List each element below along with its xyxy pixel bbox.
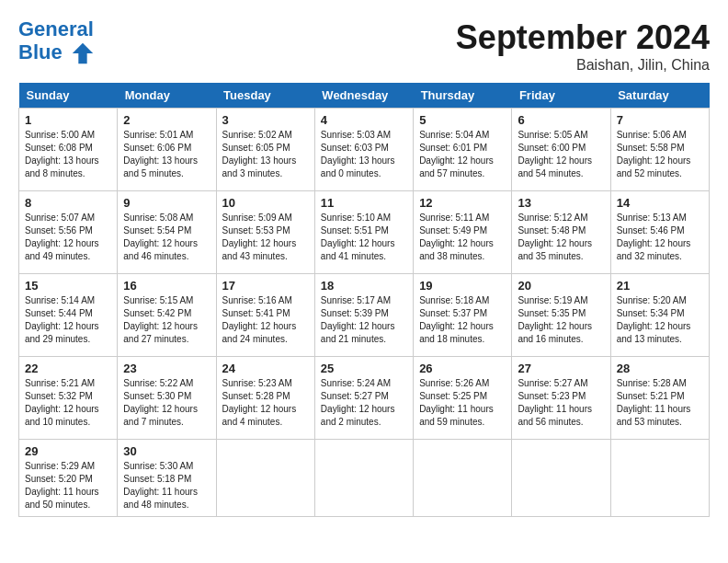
table-row: 5 Sunrise: 5:04 AM Sunset: 6:01 PM Dayli… bbox=[414, 109, 512, 191]
daylight-label: Daylight: 12 hours and 16 minutes. bbox=[518, 321, 592, 344]
calendar-week-row: 1 Sunrise: 5:00 AM Sunset: 6:08 PM Dayli… bbox=[19, 109, 710, 191]
day-info: Sunrise: 5:08 AM Sunset: 5:54 PM Dayligh… bbox=[123, 212, 210, 263]
calendar-week-row: 22 Sunrise: 5:21 AM Sunset: 5:32 PM Dayl… bbox=[19, 357, 710, 440]
day-number: 17 bbox=[222, 279, 309, 293]
sunset-label: Sunset: 5:56 PM bbox=[25, 225, 93, 236]
sunrise-label: Sunrise: 5:03 AM bbox=[321, 130, 391, 140]
sunset-label: Sunset: 5:51 PM bbox=[321, 225, 389, 236]
daylight-label: Daylight: 13 hours and 8 minutes. bbox=[25, 155, 99, 178]
daylight-label: Daylight: 12 hours and 38 minutes. bbox=[419, 238, 494, 261]
day-number: 1 bbox=[25, 113, 111, 127]
day-info: Sunrise: 5:24 AM Sunset: 5:27 PM Dayligh… bbox=[321, 377, 407, 429]
daylight-label: Daylight: 13 hours and 5 minutes. bbox=[123, 155, 198, 178]
sunrise-label: Sunrise: 5:18 AM bbox=[419, 295, 489, 305]
header-thursday: Thursday bbox=[414, 83, 512, 109]
sunrise-label: Sunrise: 5:05 AM bbox=[518, 130, 587, 140]
daylight-label: Daylight: 12 hours and 27 minutes. bbox=[123, 321, 198, 344]
table-row: 26 Sunrise: 5:26 AM Sunset: 5:25 PM Dayl… bbox=[414, 357, 512, 440]
sunset-label: Sunset: 5:49 PM bbox=[419, 225, 487, 236]
table-row: 1 Sunrise: 5:00 AM Sunset: 6:08 PM Dayli… bbox=[19, 109, 118, 191]
sunrise-label: Sunrise: 5:24 AM bbox=[321, 378, 391, 388]
day-info: Sunrise: 5:13 AM Sunset: 5:46 PM Dayligh… bbox=[617, 212, 703, 263]
table-row: 13 Sunrise: 5:12 AM Sunset: 5:48 PM Dayl… bbox=[512, 191, 610, 274]
daylight-label: Daylight: 12 hours and 18 minutes. bbox=[419, 321, 494, 344]
sunset-label: Sunset: 6:06 PM bbox=[123, 143, 191, 153]
day-info: Sunrise: 5:02 AM Sunset: 6:05 PM Dayligh… bbox=[222, 129, 309, 180]
day-number: 11 bbox=[321, 196, 407, 210]
daylight-label: Daylight: 12 hours and 7 minutes. bbox=[123, 404, 198, 427]
logo-blue: Blue bbox=[18, 40, 63, 63]
table-row: 2 Sunrise: 5:01 AM Sunset: 6:06 PM Dayli… bbox=[118, 109, 216, 191]
sunrise-label: Sunrise: 5:20 AM bbox=[617, 295, 687, 305]
sunset-label: Sunset: 5:41 PM bbox=[222, 308, 290, 318]
table-row: 24 Sunrise: 5:23 AM Sunset: 5:28 PM Dayl… bbox=[216, 357, 314, 440]
day-number: 7 bbox=[617, 113, 703, 127]
sunset-label: Sunset: 6:03 PM bbox=[321, 143, 389, 153]
location-title: Baishan, Jilin, China bbox=[456, 57, 710, 74]
day-number: 19 bbox=[419, 279, 506, 293]
empty-cell bbox=[512, 440, 610, 517]
table-row: 18 Sunrise: 5:17 AM Sunset: 5:39 PM Dayl… bbox=[314, 274, 413, 357]
daylight-label: Daylight: 12 hours and 49 minutes. bbox=[25, 238, 99, 261]
table-row: 25 Sunrise: 5:24 AM Sunset: 5:27 PM Dayl… bbox=[314, 357, 413, 440]
daylight-label: Daylight: 12 hours and 29 minutes. bbox=[25, 321, 99, 344]
table-row: 10 Sunrise: 5:09 AM Sunset: 5:53 PM Dayl… bbox=[216, 191, 314, 274]
empty-cell bbox=[610, 440, 709, 517]
day-info: Sunrise: 5:19 AM Sunset: 5:35 PM Dayligh… bbox=[518, 294, 604, 346]
calendar-week-row: 15 Sunrise: 5:14 AM Sunset: 5:44 PM Dayl… bbox=[19, 274, 710, 357]
day-number: 30 bbox=[123, 444, 210, 458]
daylight-label: Daylight: 12 hours and 13 minutes. bbox=[617, 321, 691, 344]
day-number: 29 bbox=[25, 444, 111, 458]
daylight-label: Daylight: 11 hours and 48 minutes. bbox=[123, 487, 198, 510]
daylight-label: Daylight: 12 hours and 24 minutes. bbox=[222, 321, 297, 344]
sunset-label: Sunset: 6:00 PM bbox=[518, 143, 586, 153]
sunset-label: Sunset: 5:35 PM bbox=[518, 308, 586, 318]
sunrise-label: Sunrise: 5:17 AM bbox=[321, 295, 391, 305]
day-info: Sunrise: 5:14 AM Sunset: 5:44 PM Dayligh… bbox=[25, 294, 111, 346]
day-info: Sunrise: 5:22 AM Sunset: 5:30 PM Dayligh… bbox=[123, 377, 210, 429]
sunrise-label: Sunrise: 5:23 AM bbox=[222, 378, 292, 388]
svg-marker-0 bbox=[73, 43, 93, 63]
header-saturday: Saturday bbox=[610, 83, 709, 109]
daylight-label: Daylight: 12 hours and 2 minutes. bbox=[321, 404, 395, 427]
sunrise-label: Sunrise: 5:01 AM bbox=[123, 130, 193, 140]
sunrise-label: Sunrise: 5:19 AM bbox=[518, 295, 587, 305]
table-row: 4 Sunrise: 5:03 AM Sunset: 6:03 PM Dayli… bbox=[314, 109, 413, 191]
sunset-label: Sunset: 5:46 PM bbox=[617, 225, 685, 236]
sunrise-label: Sunrise: 5:30 AM bbox=[123, 461, 193, 471]
day-info: Sunrise: 5:30 AM Sunset: 5:18 PM Dayligh… bbox=[123, 460, 210, 511]
table-row: 30 Sunrise: 5:30 AM Sunset: 5:18 PM Dayl… bbox=[118, 440, 216, 517]
logo-icon bbox=[70, 40, 96, 66]
daylight-label: Daylight: 12 hours and 46 minutes. bbox=[123, 238, 198, 261]
daylight-label: Daylight: 12 hours and 52 minutes. bbox=[617, 155, 691, 178]
daylight-label: Daylight: 12 hours and 57 minutes. bbox=[419, 155, 494, 178]
logo: General Blue bbox=[18, 18, 96, 66]
day-number: 15 bbox=[25, 279, 111, 293]
sunrise-label: Sunrise: 5:21 AM bbox=[25, 378, 95, 388]
table-row: 19 Sunrise: 5:18 AM Sunset: 5:37 PM Dayl… bbox=[414, 274, 512, 357]
sunrise-label: Sunrise: 5:13 AM bbox=[617, 213, 687, 223]
daylight-label: Daylight: 13 hours and 3 minutes. bbox=[222, 155, 297, 178]
table-row: 16 Sunrise: 5:15 AM Sunset: 5:42 PM Dayl… bbox=[118, 274, 216, 357]
table-row: 8 Sunrise: 5:07 AM Sunset: 5:56 PM Dayli… bbox=[19, 191, 118, 274]
sunrise-label: Sunrise: 5:16 AM bbox=[222, 295, 292, 305]
day-number: 25 bbox=[321, 362, 407, 375]
day-number: 21 bbox=[617, 279, 703, 293]
sunrise-label: Sunrise: 5:06 AM bbox=[617, 130, 687, 140]
day-info: Sunrise: 5:06 AM Sunset: 5:58 PM Dayligh… bbox=[617, 129, 703, 180]
sunrise-label: Sunrise: 5:11 AM bbox=[419, 213, 489, 223]
day-number: 16 bbox=[123, 279, 210, 293]
sunset-label: Sunset: 6:08 PM bbox=[25, 143, 93, 153]
table-row: 17 Sunrise: 5:16 AM Sunset: 5:41 PM Dayl… bbox=[216, 274, 314, 357]
sunset-label: Sunset: 5:30 PM bbox=[123, 391, 191, 401]
sunrise-label: Sunrise: 5:22 AM bbox=[123, 378, 193, 388]
day-info: Sunrise: 5:07 AM Sunset: 5:56 PM Dayligh… bbox=[25, 212, 111, 263]
day-info: Sunrise: 5:04 AM Sunset: 6:01 PM Dayligh… bbox=[419, 129, 506, 180]
daylight-label: Daylight: 13 hours and 0 minutes. bbox=[321, 155, 395, 178]
day-number: 14 bbox=[617, 196, 703, 210]
page-header: General Blue September 2024 Baishan, Jil… bbox=[18, 18, 710, 74]
sunset-label: Sunset: 5:21 PM bbox=[617, 391, 685, 401]
sunrise-label: Sunrise: 5:02 AM bbox=[222, 130, 292, 140]
daylight-label: Daylight: 11 hours and 56 minutes. bbox=[518, 404, 592, 427]
empty-cell bbox=[414, 440, 512, 517]
